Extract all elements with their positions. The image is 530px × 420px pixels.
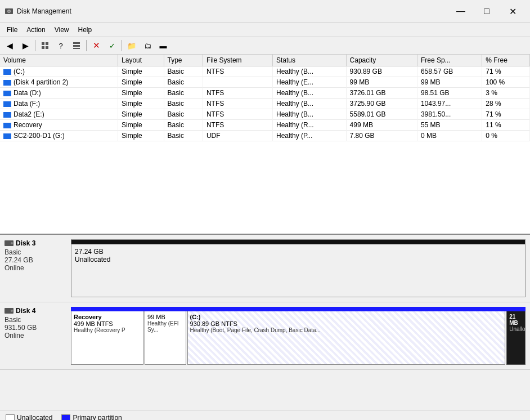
- toolbar-table[interactable]: [69, 39, 84, 52]
- toolbar-check[interactable]: ✓: [105, 39, 119, 52]
- seg-c-status: Healthy (Boot, Page File, Crash Dump, Ba…: [190, 327, 503, 333]
- close-button[interactable]: ✕: [500, 3, 525, 19]
- disk4-seg-recovery[interactable]: Recovery 499 MB NTFS Healthy (Recovery P: [71, 311, 143, 365]
- disk3-size: 27.24 GB: [5, 256, 66, 264]
- svg-rect-6: [46, 46, 48, 49]
- col-volume: Volume: [0, 55, 118, 66]
- svg-rect-9: [73, 48, 80, 49]
- svg-point-2: [8, 11, 10, 12]
- legend-primary-label: Primary partition: [73, 414, 122, 420]
- cell-pct: 0 %: [482, 131, 530, 141]
- cell-pct: 71 %: [482, 66, 530, 77]
- table-row[interactable]: Data (D:) Simple Basic NTFS Healthy (B..…: [0, 88, 530, 99]
- vol-icon: [3, 80, 11, 86]
- volume-table-area[interactable]: Volume Layout Type File System Status Ca…: [0, 55, 530, 235]
- legend-unallocated: Unallocated: [6, 414, 52, 420]
- toolbar-folder2[interactable]: 🗂: [140, 39, 155, 52]
- toolbar-delete[interactable]: ✕: [89, 39, 104, 52]
- svg-rect-8: [73, 45, 80, 47]
- cell-type: Basic: [164, 131, 203, 141]
- vol-icon: [3, 123, 11, 128]
- svg-rect-5: [42, 46, 44, 49]
- toolbar-folder[interactable]: 📁: [124, 39, 139, 52]
- vol-icon: [3, 91, 11, 96]
- svg-point-11: [11, 242, 13, 244]
- cell-pct: 3 %: [482, 88, 530, 99]
- app-title: Disk Management: [17, 7, 71, 15]
- disk3-unallocated[interactable]: 27.24 GB Unallocated: [71, 244, 525, 297]
- disk3-blackbar: [71, 240, 525, 244]
- toolbar-sep-3: [122, 40, 122, 51]
- disk4-segments: Recovery 499 MB NTFS Healthy (Recovery P…: [71, 311, 525, 365]
- toolbar-sep-1: [35, 40, 35, 51]
- table-row[interactable]: SC2-200-D1 (G:) Simple Basic UDF Healthy…: [0, 131, 530, 141]
- cell-pct: 11 %: [482, 120, 530, 131]
- menu-view[interactable]: View: [50, 24, 74, 35]
- disk4-seg-unalloc: 21 MB Unalloca: [506, 311, 525, 365]
- disk4-label: Disk 4 Basic 931.50 GB Online: [5, 307, 66, 365]
- disk4-seg-efi[interactable]: 99 MB Healthy (EFI Sy...: [145, 311, 186, 365]
- seg-unalloc-label: Unalloca: [509, 326, 523, 332]
- disk4-row: Disk 4 Basic 931.50 GB Online Recovery 4…: [0, 302, 530, 370]
- disk3-seg-size: 27.24 GB: [75, 248, 522, 256]
- disk3-row: Disk 3 Basic 27.24 GB Online 27.24 GB Un…: [0, 235, 530, 302]
- menu-help[interactable]: Help: [74, 24, 97, 35]
- toolbar-minus[interactable]: ▬: [156, 39, 170, 52]
- cell-free: 99 MB: [417, 77, 482, 88]
- cell-fs: NTFS: [203, 120, 272, 131]
- maximize-button[interactable]: □: [474, 3, 500, 19]
- cell-pct: 28 %: [482, 99, 530, 109]
- cell-type: Basic: [164, 66, 203, 77]
- title-bar: Disk Management — □ ✕: [0, 0, 530, 23]
- cell-free: 1043.97...: [417, 99, 482, 109]
- table-row[interactable]: Data2 (E:) Simple Basic NTFS Healthy (B.…: [0, 109, 530, 120]
- cell-free: 55 MB: [417, 120, 482, 131]
- toolbar-help[interactable]: ?: [53, 39, 68, 52]
- disk-management-icon: [5, 7, 14, 16]
- table-row[interactable]: (Disk 4 partition 2) Simple Basic Health…: [0, 77, 530, 88]
- cell-type: Basic: [164, 77, 203, 88]
- svg-point-13: [11, 310, 13, 312]
- toolbar-grid[interactable]: [38, 39, 52, 52]
- col-status: Status: [272, 55, 346, 66]
- vol-icon: [3, 133, 11, 139]
- seg-c-name: (C:): [190, 314, 503, 320]
- toolbar-forward[interactable]: ▶: [18, 39, 33, 52]
- cell-free: 0 MB: [417, 131, 482, 141]
- cell-free: 98.51 GB: [417, 88, 482, 99]
- swatch-primary: [61, 414, 70, 420]
- toolbar: ◀ ▶ ? ✕ ✓ 📁 🗂 ▬: [0, 37, 530, 55]
- cell-layout: Simple: [118, 120, 164, 131]
- cell-capacity: 3725.90 GB: [346, 99, 417, 109]
- menu-file[interactable]: File: [2, 24, 22, 35]
- disk4-type: Basic: [5, 316, 66, 324]
- cell-type: Basic: [164, 88, 203, 99]
- col-type: Type: [164, 55, 203, 66]
- cell-fs: NTFS: [203, 88, 272, 99]
- disk4-status: Online: [5, 332, 66, 339]
- col-layout: Layout: [118, 55, 164, 66]
- minimize-button[interactable]: —: [448, 3, 474, 19]
- disk3-label: Disk 3 Basic 27.24 GB Online: [5, 239, 66, 297]
- menu-bar: File Action View Help: [0, 23, 530, 37]
- cell-layout: Simple: [118, 77, 164, 88]
- title-bar-left: Disk Management: [5, 7, 71, 16]
- disk3-status: Online: [5, 264, 66, 272]
- col-fs: File System: [203, 55, 272, 66]
- table-row[interactable]: Recovery Simple Basic NTFS Healthy (R...…: [0, 120, 530, 131]
- legend-bar: Unallocated Primary partition: [0, 410, 530, 420]
- cell-status: Healthy (P...: [272, 131, 346, 141]
- cell-volume: (C:): [0, 66, 118, 77]
- toolbar-back[interactable]: ◀: [2, 39, 17, 52]
- disk-visual-area[interactable]: Disk 3 Basic 27.24 GB Online 27.24 GB Un…: [0, 235, 530, 420]
- window-controls: — □ ✕: [448, 3, 525, 19]
- disk4-seg-c[interactable]: (C:) 930.89 GB NTFS Healthy (Boot, Page …: [187, 311, 506, 365]
- table-row[interactable]: (C:) Simple Basic NTFS Healthy (B... 930…: [0, 66, 530, 77]
- menu-action[interactable]: Action: [22, 24, 50, 35]
- table-row[interactable]: Data (F:) Simple Basic NTFS Healthy (B..…: [0, 99, 530, 109]
- cell-volume: Data2 (E:): [0, 109, 118, 120]
- cell-capacity: 499 MB: [346, 120, 417, 131]
- cell-status: Healthy (B...: [272, 88, 346, 99]
- vol-icon: [3, 112, 11, 118]
- cell-type: Basic: [164, 109, 203, 120]
